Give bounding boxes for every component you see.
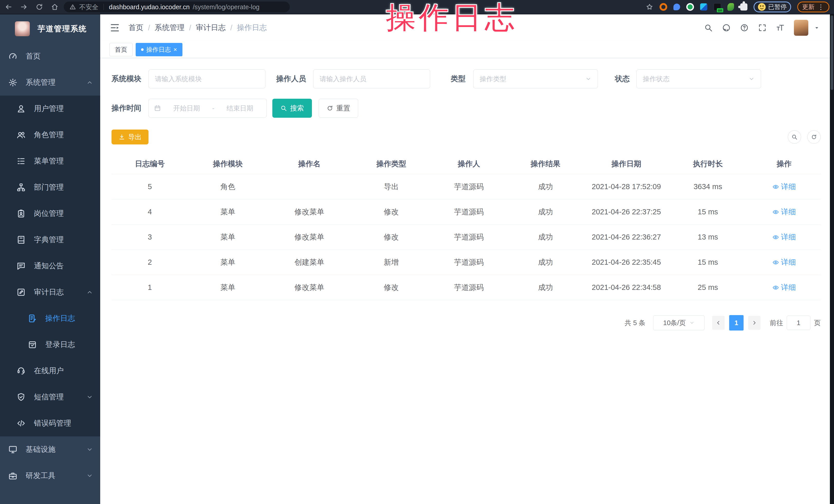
browser-profile-chip[interactable]: 已暂停	[753, 2, 791, 12]
date-range-picker[interactable]: 开始日期 - 结束日期	[149, 99, 267, 118]
fullscreen-icon[interactable]	[758, 23, 767, 32]
sidebar-item-dev-tools[interactable]: 研发工具	[0, 463, 100, 489]
reset-button[interactable]: 重置	[319, 99, 358, 118]
browser-menu-icon[interactable]: ⋮	[817, 3, 825, 11]
table-cell-actions: 详细	[748, 182, 821, 192]
sidebar-item-dept-management[interactable]: 部门管理	[0, 174, 100, 200]
detail-link[interactable]: 详细	[772, 232, 796, 242]
detail-link[interactable]: 详细	[772, 282, 796, 293]
sidebar-item-label: 登录日志	[45, 339, 75, 350]
end-date-placeholder: 结束日期	[218, 104, 261, 113]
menu-list-icon	[17, 156, 26, 166]
ext-gem-icon[interactable]	[700, 3, 707, 10]
detail-link[interactable]: 详细	[772, 182, 796, 192]
status-select[interactable]: 操作状态	[636, 69, 761, 88]
sidebar-item-infrastructure[interactable]: 基础设施	[0, 436, 100, 463]
breadcrumb-item[interactable]: 系统管理	[155, 23, 184, 33]
module-input[interactable]	[149, 69, 265, 88]
search-icon[interactable]	[704, 23, 713, 32]
chevron-down-icon	[86, 394, 93, 400]
table-cell-actions: 详细	[748, 257, 821, 267]
prev-page-button[interactable]	[712, 316, 725, 330]
operate-log-icon	[28, 314, 37, 323]
app-title: 芋道管理系统	[38, 24, 87, 34]
sidebar-item-operate-log[interactable]: 操作日志	[0, 305, 100, 332]
back-icon[interactable]	[5, 3, 12, 11]
ext-orange-icon[interactable]	[660, 3, 667, 11]
table-cell-result: 成功	[506, 282, 585, 293]
sidebar-logo-row[interactable]: 芋道管理系统	[0, 15, 100, 43]
tab-active[interactable]: 操作日志×	[136, 43, 182, 56]
github-icon[interactable]	[722, 23, 731, 32]
detail-link[interactable]: 详细	[772, 207, 796, 217]
sidebar-item-sms-management[interactable]: 短信管理	[0, 384, 100, 410]
caret-down-icon[interactable]	[814, 25, 819, 30]
breadcrumb-item[interactable]: 首页	[129, 23, 144, 33]
browser-home-icon[interactable]	[51, 3, 59, 11]
sidebar-item-label: 短信管理	[34, 392, 64, 402]
ext-on-icon[interactable]: on	[714, 3, 721, 11]
sidebar-item-online-users[interactable]: 在线用户	[0, 358, 100, 384]
table-cell-result: 成功	[506, 257, 585, 267]
detail-link[interactable]: 详细	[772, 257, 796, 267]
sidebar-item-post-management[interactable]: 岗位管理	[0, 200, 100, 227]
detail-link-label: 详细	[781, 182, 796, 192]
login-log-icon	[28, 340, 37, 349]
forward-icon[interactable]	[20, 3, 28, 11]
page-size-select[interactable]: 10条/页	[653, 315, 704, 330]
address-bar[interactable]: 不安全 dashboard.yudao.iocoder.cn/system/lo…	[64, 2, 290, 12]
operator-input[interactable]	[313, 69, 430, 88]
refresh-table-button[interactable]	[807, 130, 821, 144]
bookmark-star-icon[interactable]	[646, 3, 653, 11]
goto-page-input[interactable]	[787, 315, 810, 330]
ext-blue-icon[interactable]	[674, 4, 680, 10]
reload-icon[interactable]	[36, 3, 43, 11]
sidebar-item-system-management[interactable]: 系统管理	[0, 69, 100, 95]
export-button[interactable]: 导出	[111, 130, 149, 145]
ext-green-icon[interactable]	[686, 3, 694, 11]
monitor-icon	[8, 445, 18, 454]
user-avatar[interactable]	[794, 20, 808, 36]
ext-gem-icon	[700, 3, 707, 10]
eye-icon	[772, 183, 779, 190]
puzzle-icon[interactable]	[740, 3, 747, 10]
fontsize-icon[interactable]	[776, 23, 785, 32]
app-logo	[15, 21, 30, 36]
next-page-button[interactable]	[748, 316, 761, 330]
extension-on-badge: on	[717, 8, 723, 12]
sidebar-collapse-icon[interactable]	[109, 22, 120, 33]
sidebar-item-error-code-management[interactable]: 错误码管理	[0, 410, 100, 436]
sidebar-item-user-management[interactable]: 用户管理	[0, 95, 100, 122]
browser-chrome: 不安全 dashboard.yudao.iocoder.cn/system/lo…	[0, 0, 834, 15]
export-button-label: 导出	[128, 133, 141, 141]
breadcrumb: 首页/系统管理/审计日志/操作日志	[129, 23, 267, 33]
page-size-value: 10条/页	[663, 319, 686, 327]
page-scrollbar[interactable]	[830, 15, 834, 504]
show-search-button[interactable]	[788, 130, 801, 144]
question-icon[interactable]	[740, 23, 749, 32]
sidebar-item-label: 通知公告	[34, 261, 64, 271]
tab-item[interactable]: 首页	[109, 43, 133, 56]
status-select-placeholder: 操作状态	[643, 74, 670, 84]
sidebar-item-audit-log[interactable]: 审计日志	[0, 279, 100, 305]
type-select[interactable]: 操作类型	[473, 69, 598, 88]
breadcrumb-item[interactable]: 审计日志	[196, 23, 225, 33]
scrollbar-thumb[interactable]	[831, 16, 833, 90]
close-icon[interactable]: ×	[173, 46, 177, 53]
sidebar-item-role-management[interactable]: 角色管理	[0, 122, 100, 148]
detail-link-label: 详细	[781, 257, 796, 267]
sidebar-item-notice[interactable]: 通知公告	[0, 253, 100, 279]
search-button[interactable]: 搜索	[272, 99, 312, 118]
browser-update-button[interactable]: 更新 ⋮	[797, 2, 829, 12]
eye-icon	[772, 209, 779, 215]
sidebar-item-menu-management[interactable]: 菜单管理	[0, 148, 100, 174]
table-cell-module: 菜单	[188, 257, 267, 267]
page-number-1[interactable]: 1	[729, 315, 744, 330]
message-icon	[17, 261, 26, 271]
sidebar-item-dict-management[interactable]: 字典管理	[0, 227, 100, 253]
sidebar-item-login-log[interactable]: 登录日志	[0, 332, 100, 358]
table-header-cell: 执行时长	[668, 159, 748, 169]
security-label: 不安全	[79, 3, 98, 11]
ext-leaf-icon[interactable]	[727, 3, 734, 11]
sidebar-item-home[interactable]: 首页	[0, 43, 100, 69]
